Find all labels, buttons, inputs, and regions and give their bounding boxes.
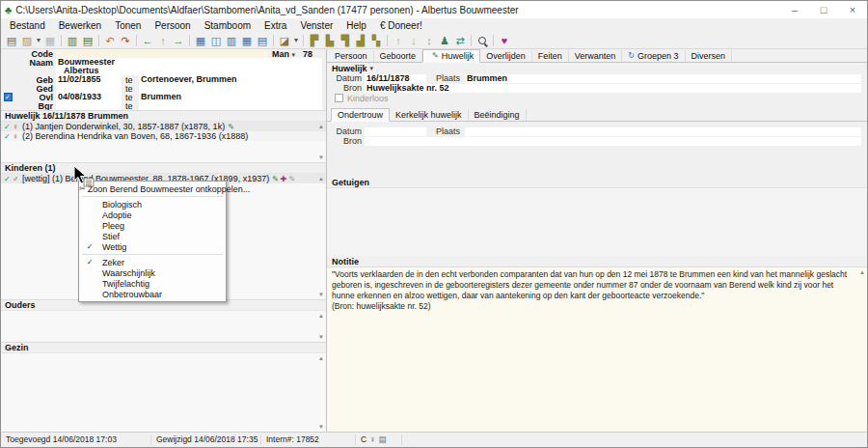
- subtab-ondertrouw[interactable]: Ondertrouw: [331, 108, 390, 122]
- menu-item-wettig[interactable]: ✓Wettig: [79, 241, 226, 252]
- marriage-place-input[interactable]: Brummen: [465, 74, 861, 83]
- menu-bestand[interactable]: Bestand: [3, 20, 52, 31]
- undo-icon[interactable]: ↶: [102, 34, 118, 47]
- banns-place-input[interactable]: [465, 127, 861, 136]
- tab-geboorte[interactable]: Geboorte: [374, 50, 423, 62]
- chart-ancestors-icon[interactable]: ▛: [307, 34, 322, 47]
- menu-item-pleeg[interactable]: Pleeg: [79, 220, 226, 231]
- scroll-up-icon[interactable]: ▲: [318, 313, 324, 319]
- minimize-button[interactable]: –: [780, 4, 809, 15]
- scroll-up-icon[interactable]: ▲: [859, 269, 865, 275]
- report-personal-icon[interactable]: ▥: [65, 34, 80, 47]
- save-icon[interactable]: ▦: [42, 34, 58, 47]
- media-icon[interactable]: ◪: [277, 34, 292, 47]
- redo-icon[interactable]: ↷: [118, 34, 133, 47]
- tab-diversen[interactable]: Diversen: [686, 50, 733, 62]
- burial-date-input[interactable]: [56, 101, 122, 110]
- menu-help[interactable]: Help: [339, 20, 373, 31]
- view-table-icon[interactable]: ▦: [239, 34, 255, 47]
- open-icon[interactable]: ▨: [19, 34, 35, 47]
- scroll-down-icon[interactable]: ▼: [318, 154, 324, 160]
- menu-item-twijfelachtig[interactable]: Twijfelachtig: [79, 278, 226, 289]
- close-button[interactable]: ×: [838, 4, 867, 15]
- search-icon[interactable]: [475, 34, 490, 47]
- death-checkbox[interactable]: ✓: [4, 93, 13, 101]
- childless-checkbox[interactable]: [335, 94, 343, 102]
- menu-item-waarschijnlijk[interactable]: Waarschijnlijk: [79, 267, 226, 278]
- donate-icon[interactable]: ♥: [497, 34, 512, 47]
- tab-persoon[interactable]: Persoon: [329, 50, 374, 62]
- chevron-down-icon[interactable]: ▾: [370, 65, 374, 72]
- menu-extra[interactable]: Extra: [258, 20, 293, 31]
- menu-doneer[interactable]: € Doneer!: [373, 20, 429, 31]
- scroll-down-icon[interactable]: ▼: [318, 292, 324, 297]
- app-window: ♣ C:\Users\Anita-Desktop\Documents\Aldfa…: [0, 0, 868, 448]
- spouse-row-2[interactable]: ✓ ♀ (2) Berendina Hendrika van Boven, 68…: [1, 131, 326, 141]
- code-input[interactable]: [56, 49, 268, 58]
- surname-input[interactable]: Bouwmeester: [56, 58, 322, 67]
- menu-tonen[interactable]: Tonen: [108, 20, 148, 31]
- tab-overlijden[interactable]: Overlijden: [480, 50, 532, 62]
- marriage-date-input[interactable]: 16/11/1878: [365, 74, 426, 83]
- new-icon[interactable]: ▤: [4, 34, 19, 47]
- media-dropdown-icon[interactable]: ▾: [292, 34, 300, 47]
- birth-date-input[interactable]: 11/02/1855: [56, 75, 122, 84]
- birth-place-input[interactable]: Cortenoever, Brummen: [139, 75, 322, 84]
- menu-item-biologisch[interactable]: Biologisch: [79, 199, 226, 210]
- givenname-input[interactable]: Albertus: [56, 67, 322, 75]
- scroll-down-icon[interactable]: ▼: [318, 334, 324, 340]
- chart-relatives-icon[interactable]: ▟: [353, 34, 368, 47]
- up-icon[interactable]: ↑: [155, 34, 171, 47]
- chart-tree-icon[interactable]: ▚: [368, 34, 384, 47]
- menu-stamboom[interactable]: Stamboom: [198, 20, 258, 31]
- tab-groepen[interactable]: ↻Groepen 3: [622, 50, 685, 62]
- view-cards-icon[interactable]: ▤: [255, 34, 270, 47]
- death-place-input[interactable]: Brummen: [139, 93, 322, 101]
- scroll-down-icon[interactable]: ▼: [318, 424, 324, 430]
- scroll-up-icon[interactable]: ▲: [318, 355, 324, 361]
- death-date-input[interactable]: 04/08/1933: [56, 93, 122, 101]
- scroll-up-icon[interactable]: ▲: [318, 176, 324, 182]
- pencil-icon: ✎: [432, 50, 439, 62]
- maximize-button[interactable]: □: [809, 4, 838, 15]
- tab-huwelijk[interactable]: ✎Huwelijk: [422, 49, 480, 63]
- menu-persoon[interactable]: Persoon: [148, 20, 197, 31]
- burial-place-input[interactable]: [139, 101, 322, 110]
- subtab-kerkelijk[interactable]: Kerkelijk huwelijk: [390, 109, 469, 121]
- menu-item-onbetrouwbaar[interactable]: Onbetrouwbaar: [79, 289, 226, 299]
- chart-descendants-icon[interactable]: ▙: [322, 34, 338, 47]
- menu-item-unlink[interactable]: ✂ Zoon Berend Bouwmeester ontkoppelen...: [79, 183, 226, 194]
- report-family-icon[interactable]: ▤: [80, 34, 95, 47]
- menu-item-stief[interactable]: Stief: [79, 231, 226, 241]
- witnesses-list[interactable]: [327, 187, 867, 256]
- person-history-icon[interactable]: ↕: [421, 34, 437, 47]
- person-add-icon[interactable]: ♟: [437, 34, 452, 47]
- marriage-source-input[interactable]: Huwelijksakte nr. 52: [365, 84, 861, 93]
- menu-venster[interactable]: Venster: [293, 20, 339, 31]
- baptism-date-input[interactable]: [56, 84, 122, 93]
- gender-select[interactable]: Man ▾: [272, 49, 303, 59]
- banns-source-input[interactable]: [365, 137, 861, 146]
- subtab-beeindiging[interactable]: Beëindiging: [469, 109, 527, 121]
- person-swap-icon[interactable]: ⇄: [452, 34, 468, 47]
- open-dropdown-icon[interactable]: ▾: [35, 34, 42, 47]
- scroll-up-icon[interactable]: ▲: [318, 124, 324, 129]
- status-added: Toegevoegd 14/06/2018 17:03: [1, 434, 151, 445]
- view-photos-icon[interactable]: ◫: [208, 34, 224, 47]
- note-textarea[interactable]: "Voorts verklaarden de in den echt verbo…: [327, 266, 867, 432]
- spouse-row-1[interactable]: ✓ ♀ (1) Jantjen Donderwinkel, 30, 1857-1…: [1, 122, 326, 131]
- forward-icon[interactable]: →: [171, 34, 186, 47]
- back-icon[interactable]: ←: [140, 34, 155, 47]
- baptism-place-input[interactable]: [139, 84, 322, 93]
- view-persons-icon[interactable]: ▦: [193, 34, 208, 47]
- menu-item-adoptie[interactable]: Adoptie: [79, 210, 226, 220]
- chart-hourglass-icon[interactable]: ▜: [338, 34, 353, 47]
- view-columns-icon[interactable]: ▥: [224, 34, 239, 47]
- banns-date-input[interactable]: [365, 127, 426, 136]
- menu-item-zeker[interactable]: ✓Zeker: [79, 257, 226, 267]
- tab-verwanten[interactable]: Verwanten: [569, 50, 623, 62]
- person-next-icon[interactable]: ↓: [406, 34, 421, 47]
- person-previous-icon[interactable]: ↑: [391, 34, 406, 47]
- tab-feiten[interactable]: Feiten: [532, 50, 569, 62]
- menu-bewerken[interactable]: Bewerken: [52, 20, 108, 31]
